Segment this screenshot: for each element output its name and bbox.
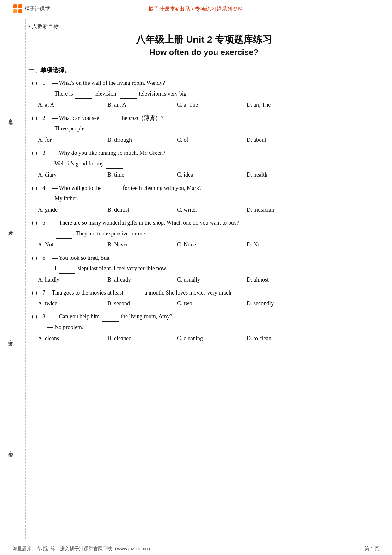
q8-opt-d: D. to clean <box>247 334 316 344</box>
q4-opt-b: B. dentist <box>107 205 177 215</box>
question-7: （ ） 7. Tina goes to the movies at least … <box>28 288 379 309</box>
question-6-answer: — I slept last night. I feel very terrib… <box>47 264 379 274</box>
q4-opt-a: A. guide <box>38 205 107 215</box>
question-4-prompt: （ ） 4. — Who will go to the for teeth cl… <box>28 183 379 193</box>
q7-opt-c: C. two <box>177 299 247 309</box>
q5-opt-a: A. Not <box>38 240 107 250</box>
q5-opt-c: C. None <box>177 240 247 250</box>
main-content: • 人教新目标 八年级上册 Unit 2 专项题库练习 How often do… <box>28 16 379 543</box>
question-7-prompt: （ ） 7. Tina goes to the movies at least … <box>28 288 379 298</box>
question-1-options: A. a; A B. an; A C. a; The D. an; The <box>38 100 379 110</box>
question-3: （ ） 3. — Why do you like running so much… <box>28 148 379 180</box>
logo-area: 橘子汁课堂 <box>13 4 50 14</box>
q8-opt-b: B. cleaned <box>107 334 177 344</box>
question-2-answer: — Three people. <box>47 124 379 134</box>
question-5-options: A. Not B. Never C. None D. No <box>38 240 379 250</box>
q6-opt-a: A. hardly <box>38 275 107 285</box>
q1-opt-b: B. an; A <box>107 100 177 110</box>
q5-opt-d: D. No <box>247 240 316 250</box>
question-1-prompt: （ ） 1. — What's on the wall of the livin… <box>28 78 379 88</box>
question-1-answer: — There is television. television is ver… <box>47 89 379 99</box>
sidebar-label-xingming: 姓名： <box>6 214 14 245</box>
question-1: （ ） 1. — What's on the wall of the livin… <box>28 78 379 110</box>
question-5: （ ） 5. — There are so many wonderful gif… <box>28 218 379 250</box>
footer: 海量题库、专项训练，进入橘子汁课堂官网下载（www.juzizhi.cn） 第 … <box>0 543 392 555</box>
q7-opt-b: B. second <box>107 299 177 309</box>
question-8: （ ） 8. — Can you help him the living roo… <box>28 312 379 344</box>
q7-opt-a: A. twice <box>38 299 107 309</box>
q7-opt-d: D. secondly <box>247 299 316 309</box>
question-8-prompt: （ ） 8. — Can you help him the living roo… <box>28 312 379 322</box>
title-block: 八年级上册 Unit 2 专项题库练习 How often do you exe… <box>28 33 379 57</box>
header: 橘子汁课堂 橘子汁课堂®出品 • 专项练习题系列资料 <box>0 0 392 16</box>
question-4-options: A. guide B. dentist C. writer D. musicia… <box>38 205 379 215</box>
header-center-text: 橘子汁课堂®出品 • 专项练习题系列资料 <box>50 5 341 13</box>
question-6: （ ） 6. — You look so tired, Sue. — I sle… <box>28 253 379 285</box>
sidebar-label-xuehao: 学号： <box>6 103 14 134</box>
q3-opt-a: A. diary <box>38 170 107 180</box>
sidebar-label-xuexiao: 学校： <box>6 435 14 467</box>
svg-rect-1 <box>18 4 22 8</box>
sidebar-labels: 学号： 姓名： 班级： 学校： <box>6 63 14 506</box>
svg-rect-0 <box>13 4 17 8</box>
q4-opt-d: D. musician <box>247 205 316 215</box>
logo-icon <box>13 4 23 14</box>
question-2-options: A. for B. through C. of D. about <box>38 135 379 145</box>
border-line <box>25 19 26 539</box>
logo-text: 橘子汁课堂 <box>25 6 50 12</box>
question-2: （ ） 2. — What can you see the mist（薄雾）? … <box>28 113 379 145</box>
svg-rect-3 <box>18 9 22 13</box>
svg-rect-2 <box>13 9 17 13</box>
q6-opt-b: B. already <box>107 275 177 285</box>
sidebar-label-banji: 班级： <box>6 324 14 356</box>
q2-opt-c: C. of <box>177 135 247 145</box>
question-8-options: A. cleans B. cleaned C. cleaning D. to c… <box>38 334 379 344</box>
question-5-prompt: （ ） 5. — There are so many wonderful gif… <box>28 218 379 228</box>
q3-opt-b: B. time <box>107 170 177 180</box>
q3-opt-d: D. health <box>247 170 316 180</box>
q8-opt-a: A. cleans <box>38 334 107 344</box>
sub-title: How often do you exercise? <box>28 47 379 57</box>
question-4-answer: — My father. <box>47 194 379 204</box>
q2-opt-b: B. through <box>107 135 177 145</box>
footer-right: 第 1 页 <box>364 546 379 552</box>
q1-opt-d: D. an; The <box>247 100 316 110</box>
question-6-options: A. hardly B. already C. usually D. almos… <box>38 275 379 285</box>
question-5-answer: — . They are too expensive for me. <box>47 229 379 239</box>
q2-opt-d: D. about <box>247 135 316 145</box>
footer-left: 海量题库、专项训练，进入橘子汁课堂官网下载（www.juzizhi.cn） <box>13 546 153 552</box>
q4-opt-c: C. writer <box>177 205 247 215</box>
q5-opt-b: B. Never <box>107 240 177 250</box>
question-6-prompt: （ ） 6. — You look so tired, Sue. <box>28 253 379 263</box>
question-2-prompt: （ ） 2. — What can you see the mist（薄雾）? <box>28 113 379 123</box>
question-3-options: A. diary B. time C. idea D. health <box>38 170 379 180</box>
question-3-answer: — Well, it's good for my . <box>47 159 379 169</box>
q1-opt-a: A. a; A <box>38 100 107 110</box>
question-7-options: A. twice B. second C. two D. secondly <box>38 299 379 309</box>
section1-label: 一、单项选择。 <box>28 66 379 74</box>
q2-opt-a: A. for <box>38 135 107 145</box>
question-8-answer: — No problem. <box>47 322 379 333</box>
q1-opt-c: C. a; The <box>177 100 247 110</box>
page-wrapper: 橘子汁课堂 橘子汁课堂®出品 • 专项练习题系列资料 学号： 姓名： 班级： 学… <box>0 0 392 555</box>
q8-opt-c: C. cleaning <box>177 334 247 344</box>
tag-line: • 人教新目标 <box>28 23 379 30</box>
q6-opt-c: C. usually <box>177 275 247 285</box>
question-4: （ ） 4. — Who will go to the for teeth cl… <box>28 183 379 215</box>
q3-opt-c: C. idea <box>177 170 247 180</box>
main-title: 八年级上册 Unit 2 专项题库练习 <box>28 33 379 46</box>
q6-opt-d: D. almost <box>247 275 316 285</box>
question-3-prompt: （ ） 3. — Why do you like running so much… <box>28 148 379 158</box>
